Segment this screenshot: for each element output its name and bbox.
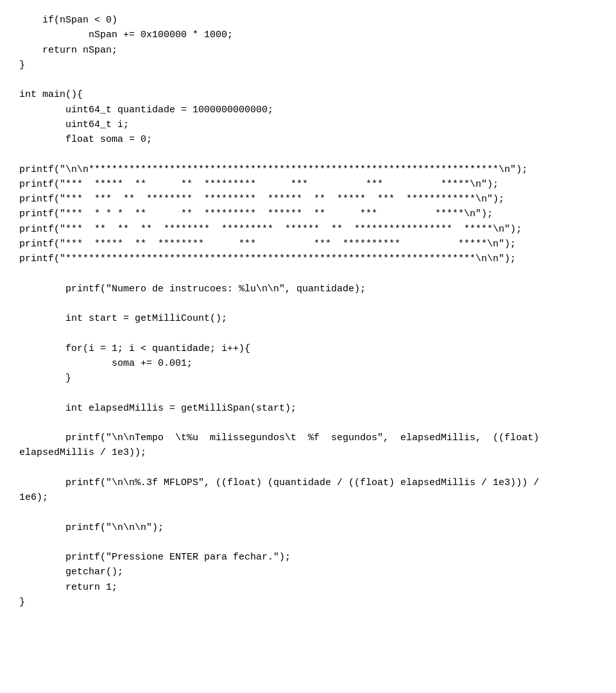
code-display: if(nSpan < 0) nSpan += 0x100000 * 1000; … [19,13,597,610]
